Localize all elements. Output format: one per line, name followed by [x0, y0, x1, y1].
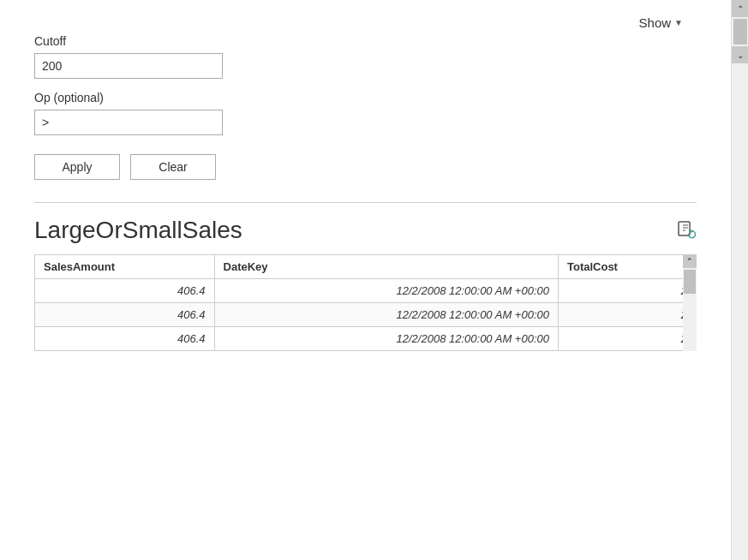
results-title: LargeOrSmallSales	[34, 217, 242, 244]
op-input[interactable]	[34, 110, 223, 135]
cell-total-cost: 2	[558, 327, 696, 351]
scroll-down-button[interactable]: ⌄	[732, 46, 749, 63]
apply-button[interactable]: Apply	[34, 154, 120, 180]
cell-sales-amount: 406.4	[35, 303, 215, 327]
content-area: Show ▼ Cutoff Op (optional) Apply Clear …	[0, 0, 748, 560]
cell-total-cost: 2	[558, 279, 696, 303]
cell-total-cost: 2	[558, 303, 696, 327]
table-body: 406.4 12/2/2008 12:00:00 AM +00:00 2 406…	[35, 279, 697, 351]
main-scrollbar[interactable]: ⌃ ⌄	[731, 0, 748, 560]
cell-date-key: 12/2/2008 12:00:00 AM +00:00	[214, 279, 558, 303]
chevron-down-icon: ▼	[674, 18, 683, 27]
top-bar: Show ▼	[634, 7, 697, 39]
cell-date-key: 12/2/2008 12:00:00 AM +00:00	[214, 303, 558, 327]
table-row: 406.4 12/2/2008 12:00:00 AM +00:00 2	[35, 327, 697, 351]
filter-section: Cutoff Op (optional) Apply Clear	[34, 17, 697, 194]
col-date-key: DateKey	[214, 255, 558, 279]
table-scrollbar[interactable]: ⌃	[683, 254, 697, 351]
svg-rect-0	[679, 222, 690, 235]
col-sales-amount: SalesAmount	[35, 255, 215, 279]
main-container: ⌃ ⌄ Show ▼ Cutoff Op (optional) Apply Cl…	[0, 0, 748, 560]
results-header: LargeOrSmallSales	[34, 217, 697, 244]
table-row: 406.4 12/2/2008 12:00:00 AM +00:00 2	[35, 279, 697, 303]
svg-marker-1	[691, 229, 694, 233]
scroll-up-button[interactable]: ⌃	[732, 0, 749, 17]
cutoff-label: Cutoff	[34, 34, 697, 48]
section-divider	[34, 202, 697, 203]
header-row: SalesAmount DateKey TotalCost	[35, 255, 697, 279]
results-section: LargeOrSmallSales SalesAmount	[34, 217, 697, 543]
cell-sales-amount: 406.4	[35, 279, 215, 303]
table-row: 406.4 12/2/2008 12:00:00 AM +00:00 2	[35, 303, 697, 327]
cutoff-input[interactable]	[34, 53, 223, 79]
cell-date-key: 12/2/2008 12:00:00 AM +00:00	[214, 327, 558, 351]
clear-button[interactable]: Clear	[130, 154, 216, 180]
cell-sales-amount: 406.4	[35, 327, 215, 351]
refresh-icon[interactable]	[676, 220, 697, 241]
table-header: SalesAmount DateKey TotalCost	[35, 255, 697, 279]
table-wrapper: SalesAmount DateKey TotalCost 406.4 12/2…	[34, 254, 697, 351]
show-button[interactable]: Show ▼	[634, 14, 688, 32]
data-table: SalesAmount DateKey TotalCost 406.4 12/2…	[34, 254, 697, 351]
scroll-thumb[interactable]	[733, 19, 747, 45]
table-scroll-up[interactable]: ⌃	[683, 254, 697, 268]
show-label: Show	[639, 15, 672, 30]
col-total-cost: TotalCost	[558, 255, 696, 279]
table-scroll-thumb[interactable]	[684, 270, 696, 294]
button-row: Apply Clear	[34, 154, 697, 180]
op-label: Op (optional)	[34, 91, 697, 104]
